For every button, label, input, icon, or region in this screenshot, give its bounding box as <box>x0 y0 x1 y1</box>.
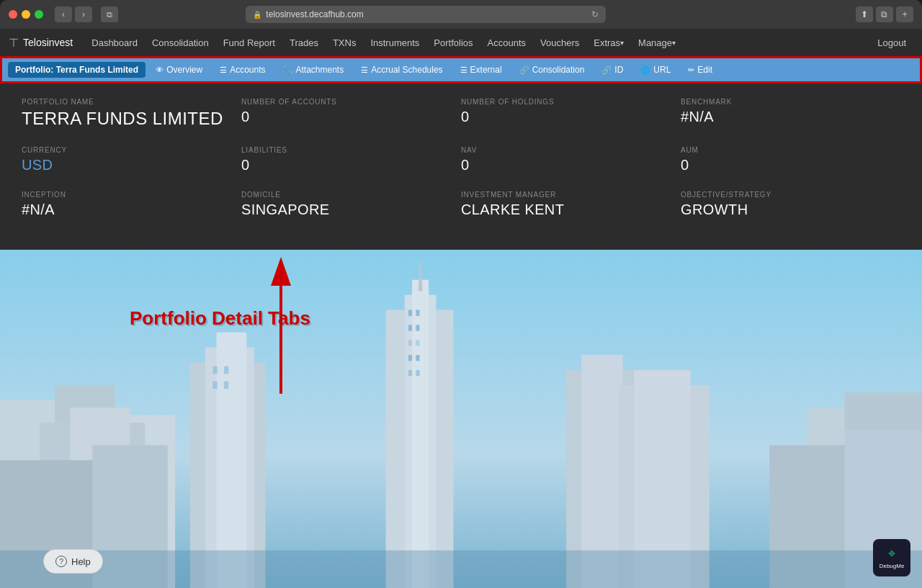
svg-rect-13 <box>416 325 419 330</box>
nav-label: NAV <box>461 146 681 154</box>
browser-actions: ⬆ ⧉ + <box>856 6 913 22</box>
close-dot[interactable] <box>9 10 17 19</box>
nav-manage[interactable]: Manage <box>631 29 683 56</box>
new-tab-button[interactable]: + <box>896 6 913 22</box>
svg-rect-8 <box>412 280 429 588</box>
debugme-icon: ⌖ <box>888 546 895 561</box>
tab-external[interactable]: ☰ External <box>453 62 509 78</box>
help-circle-icon: ? <box>55 556 67 567</box>
holdings-cell: NUMBER OF HOLDINGS 0 <box>461 98 681 129</box>
holdings-label: NUMBER OF HOLDINGS <box>461 98 681 106</box>
svg-rect-26 <box>224 381 228 389</box>
tab-accounts[interactable]: ☰ Accounts <box>212 62 272 78</box>
edit-icon: ✏ <box>688 65 694 75</box>
aum-label: AUM <box>681 146 900 154</box>
help-label: Help <box>71 556 91 567</box>
share-button[interactable]: ⬆ <box>856 6 873 22</box>
app-wrapper: ⊤ Telosinvest Dashboard Consolidation Fu… <box>0 29 922 588</box>
url-text: telosinvest.decafhub.com <box>266 9 363 19</box>
tab-consolidation[interactable]: 🔗 Consolidation <box>512 62 592 78</box>
tab-id[interactable]: 🔗 ID <box>594 62 630 78</box>
aum-value: 0 <box>681 157 900 173</box>
aum-cell: AUM 0 <box>681 146 900 173</box>
browser-nav: ‹ › <box>55 6 92 22</box>
accounts-icon: ☰ <box>220 65 227 75</box>
back-button[interactable]: ‹ <box>55 6 72 22</box>
tab-attachments[interactable]: 📎 Attachments <box>276 62 352 78</box>
svg-rect-22 <box>217 333 247 588</box>
annotation-container: Portfolio Detail Tabs <box>130 307 310 330</box>
minimize-dot[interactable] <box>22 10 30 19</box>
accrual-icon: ☰ <box>361 65 368 75</box>
liabilities-value: 0 <box>241 157 461 173</box>
nav-trades[interactable]: Trades <box>282 29 326 56</box>
debugme-label: DebugMe <box>880 563 905 569</box>
svg-rect-12 <box>408 325 412 330</box>
portfolio-label-tab[interactable]: Portfolio: Terra Funds Limited <box>8 62 146 78</box>
portfolio-name-label: PORTFOLIO NAME <box>22 98 241 106</box>
investment-manager-cell: INVESTMENT MANAGER CLARKE KENT <box>461 191 681 218</box>
svg-rect-16 <box>408 355 412 361</box>
benchmark-label: BENCHMARK <box>681 98 900 106</box>
nav-value: 0 <box>461 157 681 173</box>
nav-accounts[interactable]: Accounts <box>480 29 533 56</box>
help-button[interactable]: ? Help <box>43 549 103 574</box>
tab-url[interactable]: 🌐 URL <box>633 62 678 78</box>
investment-manager-value: CLARKE KENT <box>461 202 681 218</box>
annotation-text: Portfolio Detail Tabs <box>130 307 310 330</box>
hero-area: Portfolio Detail Tabs ? Help ⌖ DebugMe <box>0 250 922 588</box>
debugme-badge[interactable]: ⌖ DebugMe <box>873 539 910 576</box>
nav-dashboard[interactable]: Dashboard <box>84 29 145 56</box>
currency-cell: CURRENCY USD <box>22 146 241 173</box>
svg-rect-15 <box>416 340 419 345</box>
nav-extras[interactable]: Extras <box>586 29 631 56</box>
svg-rect-24 <box>224 366 228 374</box>
maximize-dot[interactable] <box>35 10 43 19</box>
benchmark-cell: BENCHMARK #N/A <box>681 98 900 129</box>
brand-icon: ⊤ <box>9 36 19 50</box>
reload-button[interactable]: ↻ <box>591 9 599 19</box>
forward-button[interactable]: › <box>75 6 92 22</box>
address-bar: 🔒 telosinvest.decafhub.com ↻ <box>246 6 606 23</box>
nav-logout[interactable]: Logout <box>870 29 913 56</box>
nav-instruments[interactable]: Instruments <box>363 29 426 56</box>
browser-chrome: ‹ › ⧉ 🔒 telosinvest.decafhub.com ↻ ⬆ ⧉ + <box>0 0 922 29</box>
tab-edit[interactable]: ✏ Edit <box>681 62 720 78</box>
nav-fund-report[interactable]: Fund Report <box>216 29 282 56</box>
sidebar-toggle-button[interactable]: ⧉ <box>101 6 118 22</box>
domicile-cell: DOMICILE SINGAPORE <box>241 191 461 218</box>
attachments-icon: 📎 <box>283 65 293 75</box>
datasources-cell-2 <box>22 207 241 235</box>
accounts-value: 0 <box>241 109 461 125</box>
nav-consolidation[interactable]: Consolidation <box>145 29 216 56</box>
nav-txns[interactable]: TXNs <box>326 29 364 56</box>
consolidation-tab-icon: 🔗 <box>519 65 529 75</box>
id-icon: 🔗 <box>601 65 612 75</box>
domicile-label: DOMICILE <box>241 191 461 199</box>
holdings-value: 0 <box>461 109 681 125</box>
svg-rect-14 <box>408 340 412 345</box>
tab-overview[interactable]: 👁 Overview <box>148 62 210 78</box>
svg-rect-37 <box>0 551 922 588</box>
domicile-value: SINGAPORE <box>241 202 461 218</box>
brand-name: Telosinvest <box>23 37 73 48</box>
overview-icon: 👁 <box>156 65 164 74</box>
cityscape-svg <box>0 250 922 588</box>
top-nav: ⊤ Telosinvest Dashboard Consolidation Fu… <box>0 29 922 56</box>
brand: ⊤ Telosinvest <box>9 36 73 50</box>
liabilities-cell: LIABILITIES 0 <box>241 146 461 173</box>
lock-icon: 🔒 <box>253 11 261 19</box>
accounts-cell: NUMBER OF ACCOUNTS 0 <box>241 98 461 129</box>
strategy-cell: OBJECTIVE/STRATEGY GROWTH <box>681 191 900 218</box>
nav-vouchers[interactable]: Vouchers <box>533 29 586 56</box>
accounts-label: NUMBER OF ACCOUNTS <box>241 98 461 106</box>
tab-accrual-schedules[interactable]: ☰ Accrual Schedules <box>354 62 449 78</box>
tab-view-button[interactable]: ⧉ <box>876 6 893 22</box>
browser-dots <box>9 10 43 19</box>
nav-portfolios[interactable]: Portfolios <box>426 29 480 56</box>
currency-value: USD <box>22 157 241 173</box>
portfolio-info: PORTFOLIO NAME TERRA FUNDS LIMITED NUMBE… <box>0 83 922 250</box>
svg-rect-11 <box>416 310 419 316</box>
svg-rect-17 <box>416 355 419 361</box>
tab-bar: Portfolio: Terra Funds Limited 👁 Overvie… <box>0 56 922 83</box>
